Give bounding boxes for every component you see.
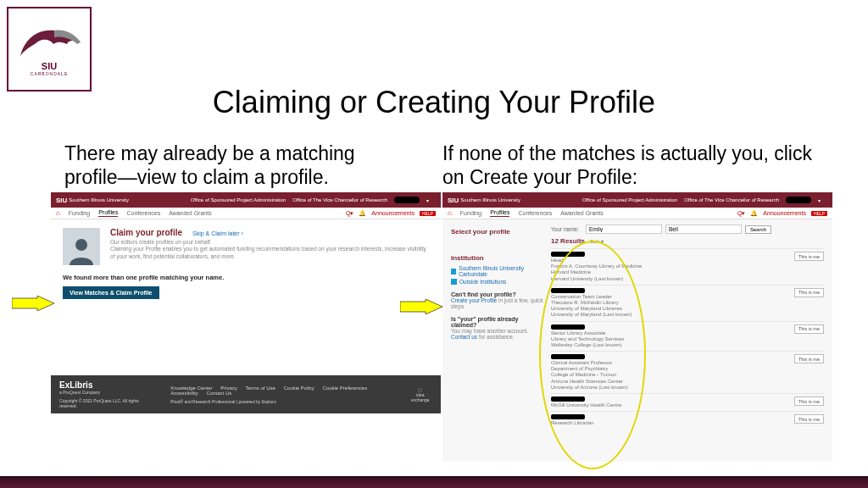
first-name-input[interactable]: [586, 225, 662, 234]
app-navbar: ⌂ Funding Profiles Conferences Awarded G…: [51, 208, 441, 219]
result-info: McGill University Health Centre: [551, 396, 794, 408]
caret-down-icon[interactable]: ▾: [426, 197, 429, 203]
slide-bottom-bar: [0, 476, 868, 488]
top-link-2[interactable]: Office of The Vice Chancellor of Researc…: [292, 197, 387, 202]
result-line: Department of Psychiatry: [551, 366, 794, 372]
checkbox-icon: [451, 269, 456, 274]
result-line: Arizona Health Sciences Center: [551, 379, 794, 385]
institution-checkbox-1[interactable]: Southern Illinois University Carbondale: [451, 265, 544, 277]
help-badge[interactable]: HELP: [811, 211, 827, 216]
announcements-link[interactable]: Announcements: [763, 210, 806, 216]
footer-link[interactable]: Knowledge Center: [170, 385, 212, 391]
exlibris-sub: a ProQuest Company: [59, 390, 145, 395]
result-row: Research LibrarianThis is me: [551, 411, 824, 429]
redacted-user: [786, 197, 811, 203]
redacted-name: [551, 354, 585, 359]
exlibris-brand: ExLibris: [59, 380, 145, 390]
footer-link[interactable]: Cookie Policy: [283, 385, 314, 391]
footer-link[interactable]: Accessibility: [170, 391, 198, 396]
redacted-name: [551, 252, 585, 257]
logo-text: SIU: [42, 61, 57, 71]
right-caption: If none of the matches is actually you, …: [442, 142, 815, 189]
already-claimed-heading: Is "your" profile already claimed?: [451, 316, 544, 328]
footer-link[interactable]: Privacy: [220, 385, 237, 391]
home-icon[interactable]: ⌂: [448, 209, 452, 217]
contact-us-link[interactable]: Contact us: [451, 334, 477, 340]
screenshot-claim-profile: SIU Southern Illinois University Office …: [51, 192, 441, 413]
skip-claim-link[interactable]: Skip & Claim later ›: [192, 230, 243, 236]
app-brand-sub: Southern Illinois University: [69, 197, 129, 202]
app-footer: ExLibris a ProQuest Company Copyright © …: [51, 375, 441, 413]
this-is-me-button[interactable]: This is me: [794, 324, 824, 334]
footer-link[interactable]: Cookie Preferences: [323, 385, 368, 391]
nav-conferences[interactable]: Conferences: [126, 210, 160, 216]
left-caption: There may already be a matching profile—…: [64, 142, 403, 189]
screenshot-select-profile: SIU Southern Illinois University Office …: [442, 192, 832, 463]
nav-conferences[interactable]: Conferences: [518, 210, 552, 216]
caret-down-icon[interactable]: ▾: [818, 197, 821, 203]
redacted-name: [551, 414, 585, 419]
this-is-me-button[interactable]: This is me: [794, 354, 824, 363]
app-topbar: SIU Southern Illinois University Office …: [51, 192, 441, 208]
this-is-me-button[interactable]: This is me: [794, 288, 824, 297]
slide-title: Claiming or Creating Your Profile: [0, 85, 868, 120]
result-line: Francis A. Countway Library of Medicine: [551, 263, 794, 269]
result-line: Head: [551, 258, 794, 263]
app-brand-sub: Southern Illinois University: [460, 197, 520, 202]
announcements-link[interactable]: Announcements: [371, 210, 415, 216]
search-button[interactable]: Search: [745, 225, 771, 234]
this-is-me-button[interactable]: This is me: [794, 252, 824, 261]
nav-profiles[interactable]: Profiles: [490, 209, 509, 217]
results-count: 12 Results: [551, 237, 585, 245]
last-name-input[interactable]: [665, 225, 742, 234]
result-info: Conservation Team LeaderTheodore R. McKe…: [551, 288, 794, 319]
bell-icon[interactable]: 🔔: [750, 210, 758, 217]
top-link-1[interactable]: Office of Sponsored Project Administrati…: [191, 197, 287, 202]
nav-awarded-grants[interactable]: Awarded Grants: [169, 210, 211, 216]
this-is-me-button[interactable]: This is me: [794, 396, 824, 406]
yellow-arrow-right: [400, 299, 442, 314]
result-info: HeadFrancis A. Countway Library of Medic…: [551, 252, 794, 282]
sort-dropdown[interactable]: Sort ▾: [590, 239, 604, 244]
saluki-icon: [16, 22, 82, 63]
bell-icon[interactable]: 🔔: [359, 210, 366, 217]
app-brand: SIU: [448, 197, 459, 204]
checkbox-icon: [451, 279, 457, 285]
result-line: Wellesley College (Last known): [551, 342, 794, 348]
home-icon[interactable]: ⌂: [56, 209, 60, 217]
result-line: Library and Technology Services: [551, 336, 794, 342]
this-is-me-button[interactable]: This is me: [794, 414, 824, 424]
footer-link[interactable]: Terms of Use: [245, 385, 275, 391]
app-brand: SIU: [56, 197, 67, 204]
contact-tail: for assistance.: [477, 334, 515, 340]
top-link-1[interactable]: Office of Sponsored Project Administrati…: [582, 197, 678, 202]
your-name-label: Your name:: [551, 226, 579, 232]
redacted-name: [551, 396, 585, 402]
nav-profiles[interactable]: Profiles: [98, 209, 118, 217]
app-topbar: SIU Southern Illinois University Office …: [442, 192, 832, 208]
powered-by: Pivot® and Research Professional | power…: [170, 399, 408, 404]
footer-link[interactable]: Contact Us: [207, 391, 232, 396]
idea-exchange[interactable]: idea exchange: [409, 392, 432, 402]
result-line: University of Maryland Libraries: [551, 306, 794, 312]
institution-checkbox-2[interactable]: Outside Institutions: [451, 279, 544, 285]
svg-marker-1: [12, 296, 54, 311]
search-icon[interactable]: Q▾: [737, 210, 745, 217]
redacted-name: [551, 288, 585, 293]
footer-links: Knowledge Center Privacy Terms of Use Co…: [170, 385, 408, 404]
result-info: Senior Library AssociateLibrary and Tech…: [551, 324, 794, 349]
help-badge[interactable]: HELP: [420, 211, 436, 216]
create-profile-link[interactable]: Create your Profile: [451, 297, 497, 303]
nav-funding[interactable]: Funding: [460, 210, 481, 216]
result-line: College of Medicine - Tucson: [551, 372, 794, 378]
already-claimed-text: You may have another account.: [451, 328, 544, 334]
nav-awarded-grants[interactable]: Awarded Grants: [560, 210, 603, 216]
view-matches-button[interactable]: View Matches & Claim Profile: [63, 286, 159, 299]
logo-subtext: CARBONDALE: [31, 71, 68, 76]
nav-funding[interactable]: Funding: [69, 210, 90, 216]
yellow-arrow-left: [12, 296, 54, 311]
search-icon[interactable]: Q▾: [346, 210, 353, 217]
result-line: McGill University Health Centre: [551, 402, 794, 408]
redacted-name: [551, 324, 585, 330]
top-link-2[interactable]: Office of The Vice Chancellor of Researc…: [684, 197, 779, 202]
